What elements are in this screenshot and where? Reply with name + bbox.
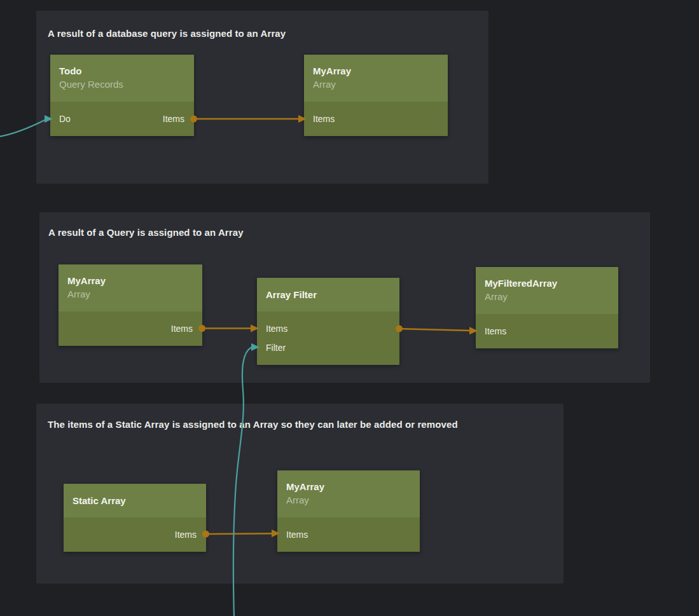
node-header: Array Filter [257, 278, 399, 311]
port-row: Do Items [59, 109, 184, 128]
node-myarray-middle[interactable]: MyArray Array Items [59, 264, 202, 346]
node-ports: Do Items [50, 102, 194, 136]
node-header: Todo Query Records [50, 55, 194, 102]
node-ports: Items Filter [257, 311, 399, 365]
group-label: A result of a database query is assigned… [48, 28, 286, 39]
port-do-input[interactable]: Do [59, 109, 71, 128]
port-row: Items [73, 525, 197, 544]
port-row: Items [266, 319, 390, 338]
node-subtitle: Query Records [59, 78, 185, 92]
group-panel-database-query[interactable]: A result of a database query is assigned… [36, 11, 488, 184]
node-header: Static Array [64, 484, 206, 517]
node-subtitle: Array [485, 290, 609, 304]
group-panel-static-array[interactable]: The items of a Static Array is assigned … [36, 404, 564, 584]
node-editor-canvas[interactable]: A result of a database query is assigned… [0, 0, 699, 616]
port-row: Items [313, 109, 438, 128]
node-subtitle: Array [67, 287, 193, 301]
node-subtitle: Array [313, 78, 439, 92]
node-title: MyFilteredArray [485, 277, 609, 290]
node-title: MyArray [313, 64, 439, 78]
port-items-input[interactable]: Items [313, 109, 335, 128]
node-myfilteredarray[interactable]: MyFilteredArray Array Items [476, 267, 618, 348]
node-header: MyArray Array [277, 470, 420, 517]
node-header: MyArray Array [304, 55, 448, 102]
port-row: Items [286, 525, 410, 544]
node-header: MyFilteredArray Array [476, 267, 618, 314]
node-array-filter[interactable]: Array Filter Items Filter [257, 278, 399, 365]
port-items-input[interactable]: Items [485, 322, 506, 341]
port-row: Filter [266, 338, 390, 357]
group-label: A result of a Query is assigned to an Ar… [48, 227, 244, 238]
node-myarray-bottom[interactable]: MyArray Array Items [277, 470, 420, 552]
node-ports: Items [64, 517, 206, 552]
node-header: MyArray Array [59, 264, 202, 311]
port-items-output[interactable]: Items [175, 525, 197, 544]
group-label: The items of a Static Array is assigned … [48, 419, 458, 430]
node-ports: Items [304, 102, 448, 136]
node-static-array[interactable]: Static Array Items [64, 484, 206, 552]
node-ports: Items [277, 517, 420, 552]
node-title: MyArray [67, 274, 193, 287]
node-ports: Items [476, 314, 618, 348]
node-ports: Items [59, 311, 202, 346]
node-myarray-top[interactable]: MyArray Array Items [304, 55, 448, 136]
group-panel-query-filter[interactable]: A result of a Query is assigned to an Ar… [39, 212, 650, 383]
node-title: MyArray [286, 480, 411, 493]
port-items-output[interactable]: Items [163, 109, 184, 128]
port-row: Items [67, 319, 193, 338]
node-title: Todo [59, 64, 185, 78]
port-items-input[interactable]: Items [266, 319, 287, 338]
port-items-output[interactable]: Items [171, 319, 193, 338]
node-title: Static Array [73, 494, 126, 507]
node-subtitle: Array [286, 493, 411, 507]
port-items-input[interactable]: Items [286, 525, 308, 544]
node-title: Array Filter [266, 288, 317, 301]
port-row: Items [485, 322, 609, 341]
node-todo-query-records[interactable]: Todo Query Records Do Items [50, 55, 194, 136]
port-filter-input[interactable]: Filter [266, 338, 286, 357]
